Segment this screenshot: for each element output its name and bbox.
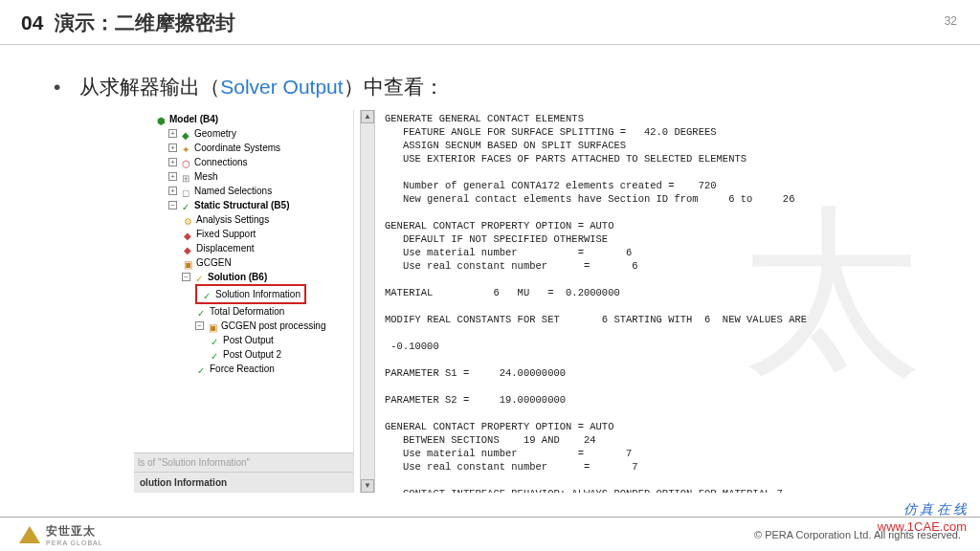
site-watermark: 仿 真 在 线 www.1CAE.com (878, 501, 967, 536)
tree-item[interactable]: +⬡Connections (140, 155, 353, 169)
tree-footer-1: ls of "Solution Information" (134, 452, 353, 472)
tree-item-label: Solution Information (215, 287, 301, 301)
tree-item-icon: ▣ (182, 257, 193, 268)
tree-item[interactable]: ⚙Analysis Settings (140, 212, 353, 227)
expand-icon[interactable]: + (168, 143, 177, 152)
tree-item-label: Static Structural (B5) (194, 198, 289, 212)
section-title: 演示：二维摩擦密封 (55, 10, 235, 36)
brand-sub: PERA GLOBAL (46, 540, 103, 546)
tree-item-icon: ⚙ (182, 214, 193, 225)
tree-item-icon: ✓ (209, 335, 220, 345)
brand-name: 安世亚太 (46, 523, 103, 540)
tree-item[interactable]: ✓Total Deformation (140, 304, 353, 319)
expand-icon[interactable]: + (168, 129, 177, 138)
tree-item-label: Displacement (196, 241, 255, 255)
tree-item[interactable]: ✓Solution Information (140, 284, 353, 304)
tree-root[interactable]: ⬢ Model (B4) (140, 112, 353, 126)
tree-item-icon: ⊞ (180, 171, 191, 182)
tree-item-label: Fixed Support (196, 227, 256, 241)
tree-item[interactable]: +⊞Mesh (140, 169, 353, 184)
tree-item-icon: ✓ (195, 306, 207, 317)
scroll-up-icon[interactable]: ▲ (361, 110, 374, 123)
tree-item[interactable]: +✦Coordinate Systems (140, 141, 353, 155)
tree-item-icon: ✦ (180, 143, 191, 153)
tree-scrollbar[interactable]: ▲ ▼ (360, 110, 375, 493)
tree-item-icon: ◆ (182, 229, 193, 239)
tree-item-label: Coordinate Systems (194, 141, 280, 155)
page-number: 32 (945, 14, 957, 28)
section-number: 04 (21, 11, 43, 34)
tree-item-label: Total Deformation (210, 304, 284, 319)
tree-item[interactable]: ✓Post Output (140, 333, 353, 347)
model-tree: ⬢ Model (B4) +◆Geometry+✦Coordinate Syst… (134, 110, 354, 493)
expand-icon[interactable]: + (168, 158, 177, 166)
tree-item-label: GCGEN (196, 255, 232, 270)
tree-item-icon: ◆ (182, 243, 193, 253)
tree-item[interactable]: ◆Fixed Support (140, 227, 353, 241)
model-icon: ⬢ (155, 114, 167, 124)
tree-footer-2: olution Information (134, 472, 353, 493)
expand-icon[interactable]: − (182, 273, 190, 281)
tree-item[interactable]: −▣GCGEN post processing (140, 319, 353, 333)
expand-icon[interactable]: + (168, 172, 177, 181)
site-wm-cn: 仿 真 在 线 (878, 501, 967, 518)
tree-item-label: Solution (B6) (208, 270, 267, 284)
tree-item[interactable]: +◻Named Selections (140, 184, 353, 198)
scroll-down-icon[interactable]: ▼ (361, 479, 374, 493)
tree-item[interactable]: −✓Solution (B6) (140, 270, 353, 284)
bullet-text: • 从求解器输出（Solver Output）中查看： (54, 74, 980, 100)
tree-item[interactable]: −✓Static Structural (B5) (140, 198, 353, 212)
tree-item[interactable]: ✓Post Output 2 (140, 347, 353, 362)
tree-item-label: Post Output (223, 333, 274, 347)
tree-item-icon: ✓ (193, 272, 205, 282)
tree-item-label: Force Reaction (210, 362, 275, 376)
solver-output: GENERATE GENERAL CONTACT ELEMENTS FEATUR… (381, 110, 980, 493)
expand-icon[interactable]: − (195, 321, 204, 330)
tree-item-label: Connections (194, 155, 248, 169)
logo-icon (19, 526, 40, 543)
tree-item-label: Analysis Settings (196, 212, 269, 227)
expand-icon[interactable]: − (168, 201, 177, 209)
tree-item-label: Named Selections (194, 184, 272, 198)
tree-item[interactable]: ▣GCGEN (140, 255, 353, 270)
tree-item-icon: ⬡ (180, 157, 191, 167)
tree-item-label: Mesh (194, 169, 217, 184)
bullet-prefix: 从求解器输出（ (79, 76, 220, 98)
tree-root-label: Model (B4) (169, 112, 218, 126)
tree-item-icon: ✓ (180, 200, 191, 210)
tree-item-icon: ✓ (201, 289, 212, 299)
tree-item-icon: ◆ (180, 128, 191, 139)
tree-item[interactable]: ✓Force Reaction (140, 362, 353, 376)
tree-item-icon: ✓ (195, 364, 207, 374)
tree-item-icon: ◻ (180, 186, 191, 196)
tree-item-icon: ▣ (207, 320, 218, 331)
expand-icon[interactable]: + (168, 187, 177, 195)
tree-item[interactable]: ◆Displacement (140, 241, 353, 255)
bullet-suffix: ）中查看： (344, 76, 444, 98)
tree-item-icon: ✓ (209, 349, 220, 360)
tree-item-label: Post Output 2 (223, 347, 281, 362)
tree-item[interactable]: +◆Geometry (140, 126, 353, 141)
tree-item-label: GCGEN post processing (221, 319, 326, 333)
bullet-highlight: Solver Output (220, 76, 343, 98)
bullet-dot: • (54, 76, 60, 98)
tree-item-label: Geometry (194, 126, 236, 141)
site-wm-url: www.1CAE.com (878, 518, 967, 536)
footer: 安世亚太 PERA GLOBAL © PERA Corporation Ltd.… (0, 517, 980, 551)
